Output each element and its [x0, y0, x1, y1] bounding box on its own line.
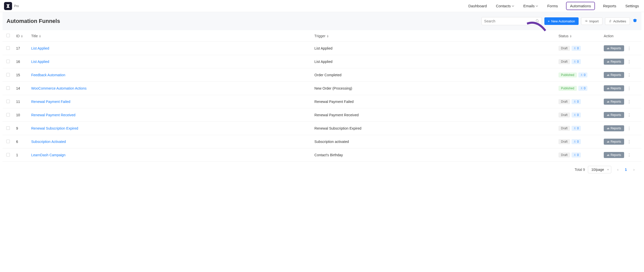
- nav-dashboard[interactable]: Dashboard: [467, 1, 488, 11]
- user-icon: [574, 127, 576, 130]
- column-title[interactable]: Title▲▼: [29, 30, 312, 42]
- svg-point-18: [574, 101, 575, 102]
- row-checkbox[interactable]: [6, 126, 10, 130]
- reports-button[interactable]: Reports: [604, 112, 624, 118]
- page-number[interactable]: 1: [622, 166, 629, 173]
- svg-rect-31: [607, 142, 608, 143]
- automation-title-link[interactable]: Renewal Subscription Expired: [31, 126, 78, 130]
- automation-title-link[interactable]: List Applied: [31, 46, 49, 50]
- automation-title-link[interactable]: Renewal Payment Received: [31, 113, 75, 117]
- row-actions-menu[interactable]: ⋮: [626, 59, 632, 64]
- contacts-count-badge: 0: [572, 99, 581, 104]
- user-icon: [580, 87, 583, 90]
- nav-reports[interactable]: Reports: [602, 1, 617, 11]
- table-row: 11 Renewal Payment Failed Renewal Paymen…: [3, 95, 641, 108]
- row-checkbox[interactable]: [6, 113, 10, 116]
- row-actions-menu[interactable]: ⋮: [626, 86, 632, 91]
- table-row: 14 WooCommerce Automation Actions New Or…: [3, 82, 641, 95]
- reports-button[interactable]: Reports: [604, 45, 624, 51]
- nav-contacts[interactable]: Contacts: [495, 1, 515, 11]
- column-trigger[interactable]: Trigger▲▼: [312, 30, 556, 42]
- search-input[interactable]: [484, 19, 536, 23]
- contacts-count-badge: 0: [578, 86, 588, 91]
- svg-line-1: [538, 21, 539, 22]
- reports-button[interactable]: Reports: [604, 152, 624, 158]
- automations-table: ID▲▼ Title▲▼ Trigger▲▼ Status▲▼ Action 1…: [3, 30, 641, 162]
- page-size-select[interactable]: 10/page: [588, 166, 611, 173]
- table-row: 10 Renewal Payment Received Renewal Paym…: [3, 108, 641, 122]
- reports-button[interactable]: Reports: [604, 125, 624, 131]
- row-checkbox[interactable]: [6, 73, 10, 76]
- row-checkbox[interactable]: [6, 46, 10, 50]
- contacts-count-badge: 0: [572, 126, 581, 131]
- user-icon: [574, 140, 576, 143]
- nav-label: Forms: [547, 4, 558, 8]
- automation-title-link[interactable]: Subscription Activated: [31, 140, 66, 144]
- column-label: Action: [604, 34, 614, 38]
- row-id: 17: [14, 42, 29, 55]
- automation-title-link[interactable]: Renewal Payment Failed: [31, 100, 70, 104]
- app-logo[interactable]: [4, 2, 12, 10]
- nav-emails[interactable]: Emails: [522, 1, 539, 11]
- row-actions-menu[interactable]: ⋮: [626, 126, 632, 131]
- svg-rect-7: [607, 62, 608, 63]
- column-label: Title: [31, 34, 38, 38]
- svg-rect-12: [608, 74, 608, 76]
- row-id: 15: [14, 68, 29, 82]
- row-actions-menu[interactable]: ⋮: [626, 46, 632, 51]
- svg-rect-33: [609, 141, 609, 143]
- reports-button[interactable]: Reports: [604, 72, 624, 78]
- svg-rect-3: [607, 48, 608, 49]
- svg-rect-35: [607, 155, 608, 156]
- reports-button[interactable]: Reports: [604, 85, 624, 91]
- new-automation-button[interactable]: + New Automation: [544, 17, 579, 25]
- svg-rect-5: [609, 48, 609, 49]
- total-count: Total 9: [575, 168, 585, 172]
- status-badge: Draft: [558, 46, 570, 51]
- column-label: Status: [558, 34, 569, 38]
- import-button[interactable]: Import: [581, 17, 602, 25]
- column-id[interactable]: ID▲▼: [14, 30, 29, 42]
- row-checkbox[interactable]: [6, 153, 10, 157]
- user-icon: [574, 60, 576, 63]
- button-label: Activities: [613, 19, 626, 23]
- reports-button[interactable]: Reports: [604, 99, 624, 105]
- nav-settings[interactable]: Settings: [624, 1, 640, 11]
- nav-forms[interactable]: Forms: [546, 1, 559, 11]
- search-box[interactable]: [481, 17, 542, 25]
- user-icon: [574, 47, 576, 50]
- row-actions-menu[interactable]: ⋮: [626, 99, 632, 104]
- row-actions-menu[interactable]: ⋮: [626, 153, 632, 158]
- automation-title-link[interactable]: List Applied: [31, 60, 49, 64]
- svg-rect-32: [608, 141, 608, 143]
- nav-automations[interactable]: Automations: [566, 2, 595, 10]
- row-checkbox[interactable]: [6, 140, 10, 143]
- row-actions-menu[interactable]: ⋮: [626, 73, 632, 77]
- row-actions-menu[interactable]: ⋮: [626, 139, 632, 144]
- next-page-button[interactable]: ›: [630, 166, 637, 173]
- page-title: Automation Funnels: [7, 18, 60, 24]
- reports-button[interactable]: Reports: [604, 59, 624, 65]
- select-all-checkbox[interactable]: [6, 34, 10, 37]
- svg-point-14: [581, 87, 582, 88]
- table-row: 9 Renewal Subscription Expired Renewal S…: [3, 122, 641, 135]
- row-checkbox[interactable]: [6, 100, 10, 103]
- nav-label: Automations: [570, 4, 591, 8]
- automation-title-link[interactable]: Feedback Automation: [31, 73, 65, 77]
- row-checkbox[interactable]: [6, 86, 10, 90]
- prev-page-button[interactable]: ‹: [614, 166, 621, 173]
- column-status[interactable]: Status▲▼: [556, 30, 601, 42]
- graduation-cap-icon[interactable]: [632, 18, 637, 24]
- contacts-count-badge: 0: [572, 46, 581, 51]
- svg-rect-11: [607, 75, 608, 76]
- row-actions-menu[interactable]: ⋮: [626, 113, 632, 118]
- automation-title-link[interactable]: WooCommerce Automation Actions: [31, 86, 87, 90]
- activities-button[interactable]: Activities: [605, 17, 630, 25]
- contacts-count-badge: 0: [572, 139, 581, 144]
- row-checkbox[interactable]: [6, 60, 10, 63]
- automation-title-link[interactable]: LearnDash Campaign: [31, 153, 65, 157]
- reports-button[interactable]: Reports: [604, 139, 624, 145]
- svg-point-0: [536, 19, 538, 22]
- user-icon: [580, 74, 583, 76]
- plus-icon: +: [548, 19, 550, 23]
